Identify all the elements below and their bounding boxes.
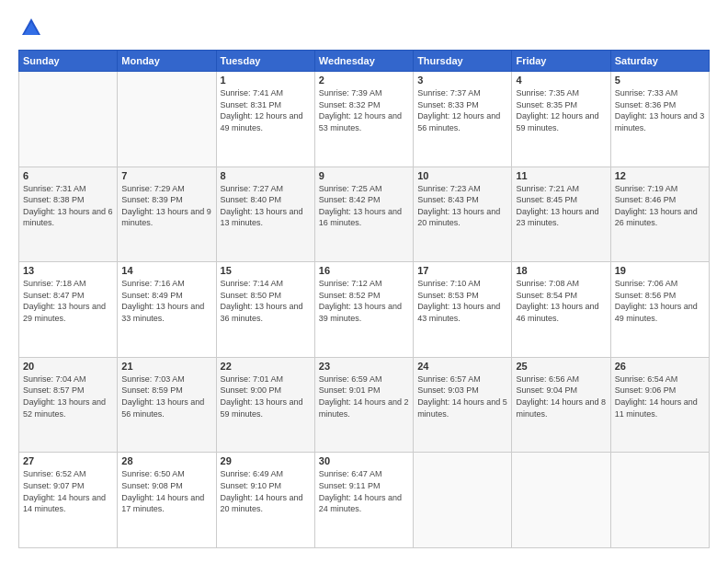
- page: SundayMondayTuesdayWednesdayThursdayFrid…: [0, 0, 728, 563]
- day-number: 9: [319, 170, 409, 181]
- day-info: Sunrise: 7:37 AM Sunset: 8:33 PM Dayligh…: [417, 87, 507, 133]
- day-info: Sunrise: 7:39 AM Sunset: 8:32 PM Dayligh…: [319, 87, 409, 133]
- calendar-table: SundayMondayTuesdayWednesdayThursdayFrid…: [18, 50, 710, 548]
- day-number: 25: [516, 361, 606, 372]
- day-number: 16: [319, 265, 409, 276]
- calendar-cell: 7Sunrise: 7:29 AM Sunset: 8:39 PM Daylig…: [118, 167, 216, 262]
- day-info: Sunrise: 7:03 AM Sunset: 8:59 PM Dayligh…: [121, 373, 211, 419]
- day-info: Sunrise: 6:56 AM Sunset: 9:04 PM Dayligh…: [516, 373, 606, 419]
- calendar-cell: 5Sunrise: 7:33 AM Sunset: 8:36 PM Daylig…: [610, 72, 709, 167]
- calendar-cell: 23Sunrise: 6:59 AM Sunset: 9:01 PM Dayli…: [314, 357, 413, 453]
- calendar-cell: [610, 453, 709, 548]
- day-info: Sunrise: 7:41 AM Sunset: 8:31 PM Dayligh…: [221, 87, 311, 133]
- header: [18, 15, 710, 40]
- day-info: Sunrise: 6:54 AM Sunset: 9:06 PM Dayligh…: [615, 373, 705, 419]
- calendar-cell: [118, 72, 216, 167]
- calendar-cell: 16Sunrise: 7:12 AM Sunset: 8:52 PM Dayli…: [314, 262, 413, 358]
- day-info: Sunrise: 7:06 AM Sunset: 8:56 PM Dayligh…: [615, 278, 705, 324]
- calendar-cell: 11Sunrise: 7:21 AM Sunset: 8:45 PM Dayli…: [512, 167, 610, 262]
- day-number: 8: [221, 170, 311, 181]
- weekday-header-wednesday: Wednesday: [314, 51, 413, 72]
- calendar-cell: 20Sunrise: 7:04 AM Sunset: 8:57 PM Dayli…: [19, 357, 118, 453]
- day-info: Sunrise: 7:33 AM Sunset: 8:36 PM Dayligh…: [615, 87, 705, 133]
- day-number: 22: [221, 361, 311, 372]
- calendar-cell: 24Sunrise: 6:57 AM Sunset: 9:03 PM Dayli…: [414, 357, 512, 453]
- day-info: Sunrise: 6:59 AM Sunset: 9:01 PM Dayligh…: [319, 373, 409, 419]
- calendar-cell: 10Sunrise: 7:23 AM Sunset: 8:43 PM Dayli…: [414, 167, 512, 262]
- day-number: 15: [221, 265, 311, 276]
- day-info: Sunrise: 6:57 AM Sunset: 9:03 PM Dayligh…: [417, 373, 507, 419]
- day-info: Sunrise: 6:47 AM Sunset: 9:11 PM Dayligh…: [319, 468, 409, 514]
- weekday-header-monday: Monday: [118, 51, 216, 72]
- weekday-header-thursday: Thursday: [414, 51, 512, 72]
- day-info: Sunrise: 7:18 AM Sunset: 8:47 PM Dayligh…: [23, 278, 113, 324]
- calendar-cell: 17Sunrise: 7:10 AM Sunset: 8:53 PM Dayli…: [414, 262, 512, 358]
- calendar-cell: 4Sunrise: 7:35 AM Sunset: 8:35 PM Daylig…: [512, 72, 610, 167]
- calendar-cell: [19, 72, 118, 167]
- day-number: 23: [319, 361, 409, 372]
- day-info: Sunrise: 7:25 AM Sunset: 8:42 PM Dayligh…: [319, 183, 409, 229]
- weekday-header-friday: Friday: [512, 51, 610, 72]
- day-number: 17: [417, 265, 507, 276]
- day-number: 29: [221, 455, 311, 466]
- day-number: 13: [23, 265, 113, 276]
- day-info: Sunrise: 7:35 AM Sunset: 8:35 PM Dayligh…: [516, 87, 606, 133]
- day-number: 20: [23, 361, 113, 372]
- day-number: 7: [121, 170, 211, 181]
- calendar-cell: [512, 453, 610, 548]
- calendar-cell: 30Sunrise: 6:47 AM Sunset: 9:11 PM Dayli…: [314, 453, 413, 548]
- day-info: Sunrise: 7:27 AM Sunset: 8:40 PM Dayligh…: [221, 183, 311, 229]
- logo: [18, 15, 48, 40]
- calendar-cell: 6Sunrise: 7:31 AM Sunset: 8:38 PM Daylig…: [19, 167, 118, 262]
- day-info: Sunrise: 7:08 AM Sunset: 8:54 PM Dayligh…: [516, 278, 606, 324]
- calendar-cell: 13Sunrise: 7:18 AM Sunset: 8:47 PM Dayli…: [19, 262, 118, 358]
- calendar-cell: 19Sunrise: 7:06 AM Sunset: 8:56 PM Dayli…: [610, 262, 709, 358]
- weekday-header-sunday: Sunday: [19, 51, 118, 72]
- day-info: Sunrise: 7:16 AM Sunset: 8:49 PM Dayligh…: [121, 278, 211, 324]
- day-info: Sunrise: 7:19 AM Sunset: 8:46 PM Dayligh…: [615, 183, 705, 229]
- day-number: 27: [23, 455, 113, 466]
- day-info: Sunrise: 7:29 AM Sunset: 8:39 PM Dayligh…: [121, 183, 211, 229]
- calendar-cell: [414, 453, 512, 548]
- day-info: Sunrise: 7:12 AM Sunset: 8:52 PM Dayligh…: [319, 278, 409, 324]
- day-info: Sunrise: 7:31 AM Sunset: 8:38 PM Dayligh…: [23, 183, 113, 229]
- calendar-cell: 28Sunrise: 6:50 AM Sunset: 9:08 PM Dayli…: [118, 453, 216, 548]
- day-info: Sunrise: 7:01 AM Sunset: 9:00 PM Dayligh…: [221, 373, 311, 419]
- day-number: 14: [121, 265, 211, 276]
- calendar-cell: 15Sunrise: 7:14 AM Sunset: 8:50 PM Dayli…: [216, 262, 314, 358]
- calendar-cell: 9Sunrise: 7:25 AM Sunset: 8:42 PM Daylig…: [314, 167, 413, 262]
- calendar-cell: 29Sunrise: 6:49 AM Sunset: 9:10 PM Dayli…: [216, 453, 314, 548]
- day-number: 3: [417, 75, 507, 86]
- day-number: 1: [221, 75, 311, 86]
- calendar-cell: 22Sunrise: 7:01 AM Sunset: 9:00 PM Dayli…: [216, 357, 314, 453]
- day-number: 2: [319, 75, 409, 86]
- calendar-cell: 12Sunrise: 7:19 AM Sunset: 8:46 PM Dayli…: [610, 167, 709, 262]
- day-number: 26: [615, 361, 705, 372]
- weekday-header-saturday: Saturday: [610, 51, 709, 72]
- day-number: 28: [121, 455, 211, 466]
- day-number: 10: [417, 170, 507, 181]
- calendar-cell: 1Sunrise: 7:41 AM Sunset: 8:31 PM Daylig…: [216, 72, 314, 167]
- calendar-cell: 21Sunrise: 7:03 AM Sunset: 8:59 PM Dayli…: [118, 357, 216, 453]
- day-info: Sunrise: 7:14 AM Sunset: 8:50 PM Dayligh…: [221, 278, 311, 324]
- day-info: Sunrise: 6:52 AM Sunset: 9:07 PM Dayligh…: [23, 468, 113, 514]
- day-info: Sunrise: 7:04 AM Sunset: 8:57 PM Dayligh…: [23, 373, 113, 419]
- calendar-cell: 18Sunrise: 7:08 AM Sunset: 8:54 PM Dayli…: [512, 262, 610, 358]
- calendar-cell: 26Sunrise: 6:54 AM Sunset: 9:06 PM Dayli…: [610, 357, 709, 453]
- day-number: 24: [417, 361, 507, 372]
- day-info: Sunrise: 6:50 AM Sunset: 9:08 PM Dayligh…: [121, 468, 211, 514]
- calendar-cell: 3Sunrise: 7:37 AM Sunset: 8:33 PM Daylig…: [414, 72, 512, 167]
- day-number: 12: [615, 170, 705, 181]
- day-info: Sunrise: 7:10 AM Sunset: 8:53 PM Dayligh…: [417, 278, 507, 324]
- calendar-cell: 8Sunrise: 7:27 AM Sunset: 8:40 PM Daylig…: [216, 167, 314, 262]
- day-number: 4: [516, 75, 606, 86]
- logo-icon: [18, 15, 44, 40]
- day-number: 21: [121, 361, 211, 372]
- day-number: 18: [516, 265, 606, 276]
- day-info: Sunrise: 6:49 AM Sunset: 9:10 PM Dayligh…: [221, 468, 311, 514]
- day-number: 19: [615, 265, 705, 276]
- day-number: 5: [615, 75, 705, 86]
- day-info: Sunrise: 7:23 AM Sunset: 8:43 PM Dayligh…: [417, 183, 507, 229]
- day-number: 6: [23, 170, 113, 181]
- day-number: 30: [319, 455, 409, 466]
